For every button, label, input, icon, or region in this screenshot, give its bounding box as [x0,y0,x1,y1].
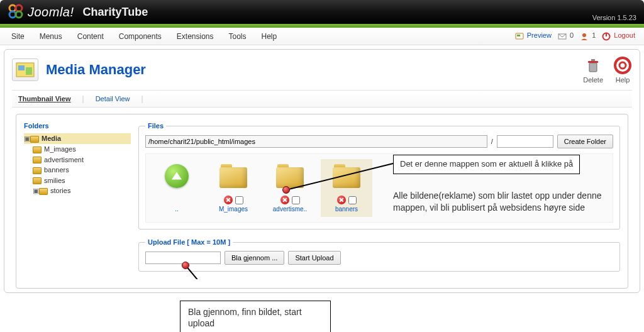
up-arrow-icon [165,164,189,188]
create-folder-button[interactable]: Create Folder [557,135,613,148]
messages-count[interactable]: 0 [558,31,574,40]
version-label: Version 1.5.23 [592,14,636,21]
preview-icon [515,32,524,41]
select-checkbox[interactable] [348,196,357,204]
menu-components[interactable]: Components [111,28,169,45]
annotation-callout-1a: Det er denne mappen som er aktuell å kli… [393,155,580,174]
select-checkbox[interactable] [235,196,243,204]
new-folder-input[interactable] [497,135,553,148]
site-name: CharityTube [83,6,148,19]
path-input[interactable] [145,135,487,148]
menu-tools[interactable]: Tools [221,28,254,45]
tree-item[interactable]: M_images [33,144,131,155]
svg-rect-5 [517,35,520,36]
select-checkbox[interactable] [292,196,300,204]
joomla-logo-icon [8,3,28,21]
delete-button[interactable]: Delete [583,56,603,84]
tree-root-media[interactable]: ▣Media [24,133,131,144]
user-icon [580,32,589,41]
upload-panel: Upload File [ Max = 10M ] Bla gjennom ..… [138,238,620,272]
media-manager-icon [12,58,38,81]
folder-tree: ▣Media M_images advertisment banners smi… [24,133,131,196]
folders-label: Folders [24,122,131,130]
view-tabs: Thumbnail View | Detail View | [12,90,632,108]
annotation-dot [182,262,189,269]
upload-legend: Upload File [ Max = 10M ] [145,238,233,246]
tab-thumbnail-view[interactable]: Thumbnail View [18,95,71,102]
menu-content[interactable]: Content [70,28,111,45]
folder-icon [219,164,247,188]
svg-rect-11 [18,65,25,70]
tree-item[interactable]: advertisment [33,155,131,165]
svg-rect-15 [591,59,595,61]
folder-icon [333,164,360,188]
trash-icon [584,56,602,75]
menu-extensions[interactable]: Extensions [169,28,221,45]
folder-item[interactable]: advertisme.. [264,159,316,217]
page-title: Media Manager [46,62,146,78]
brand-name: Joomla! [28,5,74,19]
delete-icon[interactable] [337,196,346,204]
svg-rect-12 [26,67,32,75]
folder-item[interactable]: banners [321,159,372,217]
folder-item[interactable]: M_images [208,159,259,217]
files-legend: Files [145,122,166,130]
delete-icon[interactable] [224,196,233,204]
logout-link[interactable]: Logout [602,31,635,40]
folder-icon [276,164,304,188]
svg-point-17 [619,62,626,69]
annotation-callout-2: Bla gjennom, finn bildet, start upload [180,301,331,332]
help-icon [613,56,632,75]
svg-point-7 [582,33,586,37]
help-button[interactable]: Help [613,56,632,84]
page-card: Media Manager Delete Help Thumbnail View [4,49,640,293]
users-count[interactable]: 1 [580,31,596,40]
app-header: Joomla! CharityTube Version 1.5.23 [0,0,644,24]
logout-icon [602,32,611,41]
menu-help[interactable]: Help [254,28,285,45]
main-menu: Site Menus Content Components Extensions… [0,28,644,45]
annotation-dot [282,186,290,194]
mail-icon [558,32,567,41]
tree-item[interactable]: smilies [33,175,131,186]
browse-button[interactable]: Bla gjennom ... [225,251,284,265]
tab-detail-view[interactable]: Detail View [96,95,130,102]
annotation-callout-1b: Alle bildene(reklame) som blir lastet op… [393,190,620,214]
menu-menus[interactable]: Menus [32,28,70,45]
tree-item[interactable]: banners [33,165,131,175]
content-area: Folders ▣Media M_images advertisment ban… [16,114,628,289]
svg-rect-14 [588,61,598,63]
tree-item[interactable]: ▣stories [33,185,131,196]
svg-rect-13 [589,63,597,72]
svg-point-3 [16,11,22,18]
preview-link[interactable]: Preview [515,31,552,40]
delete-icon[interactable] [280,196,289,204]
folder-up[interactable]: .. [151,159,203,217]
start-upload-button[interactable]: Start Upload [288,251,340,265]
menu-site[interactable]: Site [4,28,32,45]
